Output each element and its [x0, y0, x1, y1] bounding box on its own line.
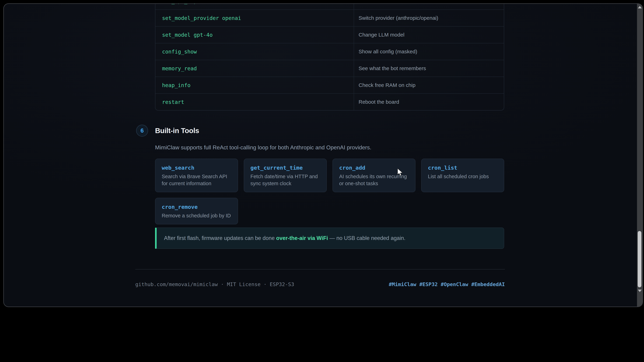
section-subtitle: MimiClaw supports full ReAct tool-callin… — [155, 144, 504, 151]
tool-card-get-current-time: get_current_time Fetch date/time via HTT… — [244, 159, 327, 192]
table-row: restart Reboot the board — [156, 93, 504, 110]
command-cell: config_show — [156, 43, 354, 60]
description-cell: Check free RAM on chip — [354, 82, 504, 88]
table-row: set_api_key KEY Update API key — [156, 3, 504, 9]
table-row: set_model gpt-4o Change LLM model — [156, 26, 504, 43]
tool-description: List all scheduled cron jobs — [428, 173, 498, 180]
tool-description: AI schedules its own recurring or one-sh… — [339, 173, 409, 187]
callout-text: After first flash, firmware updates can … — [164, 235, 406, 242]
scrollbar-track[interactable] — [637, 4, 642, 307]
commands-table: set_api_key KEY Update API key set_model… — [155, 3, 504, 110]
scrollbar-thumb[interactable] — [638, 231, 642, 287]
callout-suffix: — no USB cable needed again. — [328, 235, 406, 241]
footer-divider — [135, 269, 505, 270]
description-cell: Update API key — [354, 3, 504, 4]
scroll-up-icon[interactable] — [638, 6, 642, 8]
table-row: config_show Show all config (masked) — [156, 43, 504, 60]
tool-card-web-search: web_search Search via Brave Search API f… — [155, 159, 238, 192]
description-cell: Reboot the board — [354, 99, 504, 105]
footer-hashtags: #MimiClaw #ESP32 #OpenClaw #EmbeddedAI — [389, 281, 505, 288]
command-cell: set_api_key KEY — [156, 3, 354, 9]
tool-name: cron_add — [339, 165, 409, 171]
tool-card-cron-remove: cron_remove Remove a scheduled job by ID — [155, 198, 238, 224]
tool-description: Fetch date/time via HTTP and sync system… — [250, 173, 320, 187]
description-cell: Switch provider (anthropic/openai) — [354, 15, 504, 21]
command-cell: heap_info — [156, 77, 354, 93]
tool-card-cron-add: cron_add AI schedules its own recurring … — [332, 159, 416, 192]
section-title: Built-in Tools — [155, 126, 199, 135]
command-cell: restart — [156, 94, 354, 110]
description-cell: Show all config (masked) — [354, 49, 504, 54]
scroll-down-icon[interactable] — [638, 290, 642, 292]
tool-card-cron-list: cron_list List all scheduled cron jobs — [421, 159, 504, 192]
command-cell: set_model_provider openai — [156, 10, 354, 26]
tool-name: get_current_time — [250, 165, 320, 171]
app-window: set_api_key KEY Update API key set_model… — [3, 3, 643, 307]
callout-highlight: over-the-air via WiFi — [276, 235, 328, 241]
tool-name: cron_list — [428, 165, 498, 171]
table-row: heap_info Check free RAM on chip — [156, 77, 504, 93]
footer-repo-license: github.com/memovai/mimiclaw · MIT Licens… — [135, 281, 294, 288]
table-row: set_model_provider openai Switch provide… — [156, 9, 504, 26]
footer: github.com/memovai/mimiclaw · MIT Licens… — [135, 281, 505, 288]
tool-name: cron_remove — [162, 204, 231, 210]
section-number-badge: 6 — [136, 125, 148, 137]
ota-callout: After first flash, firmware updates can … — [155, 228, 504, 249]
description-cell: See what the bot remembers — [354, 65, 504, 71]
table-row: memory_read See what the bot remembers — [156, 60, 504, 77]
tool-name: web_search — [162, 165, 231, 171]
command-cell: memory_read — [156, 60, 354, 77]
tools-grid: web_search Search via Brave Search API f… — [155, 159, 504, 224]
tool-description: Remove a scheduled job by ID — [162, 212, 231, 219]
command-cell: set_model gpt-4o — [156, 26, 354, 43]
callout-prefix: After first flash, firmware updates can … — [164, 235, 276, 241]
tool-description: Search via Brave Search API for current … — [162, 173, 231, 187]
description-cell: Change LLM model — [354, 32, 504, 38]
